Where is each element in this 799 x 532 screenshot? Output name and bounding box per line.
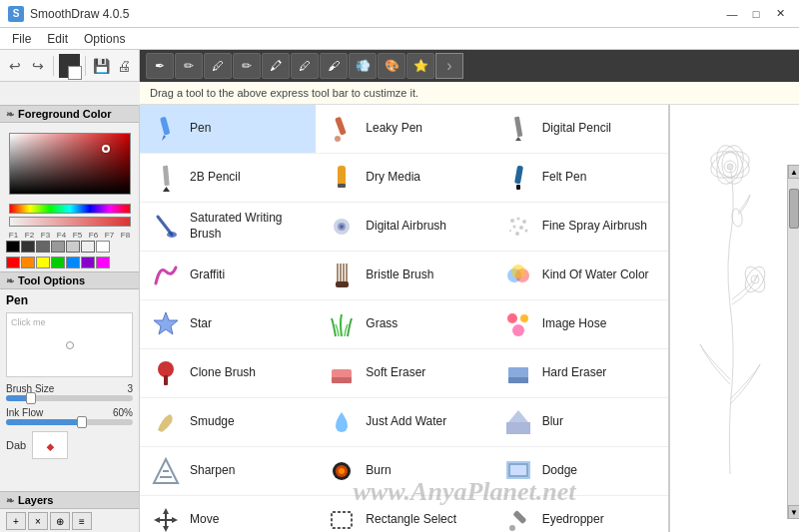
brush-size-slider[interactable] <box>6 395 133 401</box>
merge-layer-button[interactable]: ⊕ <box>50 512 70 530</box>
leaky-pen-label: Leaky Pen <box>366 121 422 137</box>
express-tool-7[interactable]: 🖌 <box>320 53 348 79</box>
minimize-button[interactable]: — <box>721 5 743 23</box>
tool-image-hose[interactable]: Image Hose <box>492 300 668 349</box>
tool-fine-spray-airbrush[interactable]: Fine Spray Airbrush <box>492 203 668 252</box>
ink-flow-label: Ink Flow 60% <box>6 407 133 418</box>
express-tool-9[interactable]: 🎨 <box>378 53 405 79</box>
preset-f8: F8 <box>118 231 133 240</box>
express-tool-10[interactable]: ⭐ <box>406 53 434 79</box>
tool-kind-of-water-color[interactable]: Kind Of Water Color <box>492 252 668 300</box>
menu-options[interactable]: Options <box>76 30 133 48</box>
tool-eyedropper[interactable]: Eyedropper <box>492 496 668 532</box>
save-button[interactable]: 💾 <box>91 54 112 78</box>
menu-edit[interactable]: Edit <box>39 30 76 48</box>
tool-sharpen[interactable]: Sharpen <box>140 447 316 496</box>
swatch-lighter[interactable] <box>66 241 80 253</box>
scroll-down-button[interactable]: ▼ <box>788 505 799 519</box>
svg-rect-29 <box>336 281 349 287</box>
tool-felt-pen[interactable]: Felt Pen <box>492 154 668 203</box>
swatch-black[interactable] <box>6 241 20 253</box>
tool-grass[interactable]: Grass <box>316 300 491 349</box>
swatch-green[interactable] <box>51 257 65 268</box>
express-tool-arrow[interactable]: › <box>435 53 463 79</box>
add-layer-button[interactable]: + <box>6 512 26 530</box>
swatch-magenta[interactable] <box>96 257 110 268</box>
tool-dodge[interactable]: Dodge <box>492 447 668 496</box>
tool-dry-media[interactable]: Dry Media <box>316 154 491 203</box>
svg-point-17 <box>510 219 514 223</box>
express-tool-3[interactable]: 🖊 <box>204 53 232 79</box>
swatch-mid[interactable] <box>36 241 50 253</box>
menubar: File Edit Options <box>0 28 799 50</box>
tool-star[interactable]: Star <box>140 300 316 349</box>
express-tool-1[interactable]: ✒ <box>146 53 174 79</box>
canvas-area[interactable] <box>670 105 799 532</box>
tool-pen[interactable]: Pen <box>140 105 316 154</box>
tool-leaky-pen[interactable]: Leaky Pen <box>316 105 491 154</box>
tool-digital-airbrush[interactable]: Digital Airbrush <box>316 203 491 252</box>
foreground-color-section[interactable]: ❧ Foreground Color <box>0 105 139 123</box>
layer-options-button[interactable]: ≡ <box>72 512 92 530</box>
tool-bristle-brush[interactable]: Bristle Brush <box>316 252 491 300</box>
tool-graffiti[interactable]: Graffiti <box>140 252 316 300</box>
tool-rectangle-select[interactable]: Rectangle Select <box>316 496 491 532</box>
swatch-lightest[interactable] <box>81 241 95 253</box>
pen-icon <box>150 113 182 145</box>
tool-saturated-writing-brush[interactable]: Saturated Writing Brush <box>140 203 316 252</box>
swatch-white[interactable] <box>96 241 110 253</box>
tool-clone-brush[interactable]: Clone Brush <box>140 349 316 398</box>
preset-f2: F2 <box>22 231 37 240</box>
blur-label: Blur <box>542 414 563 430</box>
maximize-button[interactable]: □ <box>745 5 767 23</box>
tool-blur[interactable]: Blur <box>492 398 668 447</box>
swatch-light[interactable] <box>51 241 65 253</box>
express-tool-8[interactable]: 💨 <box>349 53 377 79</box>
close-button[interactable]: ✕ <box>769 5 791 23</box>
express-tool-6[interactable]: 🖊 <box>291 53 319 79</box>
tool-burn[interactable]: Burn <box>316 447 491 496</box>
ink-flow-slider[interactable] <box>6 419 133 425</box>
preset-f5: F5 <box>70 231 85 240</box>
scrollbar-vertical[interactable]: ▲ ▼ <box>787 165 799 519</box>
express-tool-2[interactable]: ✏ <box>175 53 203 79</box>
redo-button[interactable]: ↪ <box>27 54 48 78</box>
print-button[interactable]: 🖨 <box>114 54 135 78</box>
swatch-red[interactable] <box>6 257 20 268</box>
tool-2b-pencil[interactable]: 2B Pencil <box>140 154 316 203</box>
scroll-track[interactable] <box>788 179 799 505</box>
rectangle-select-icon <box>326 504 358 532</box>
scroll-up-button[interactable]: ▲ <box>788 165 799 179</box>
tool-just-add-water[interactable]: Just Add Water <box>316 398 491 447</box>
tool-hard-eraser[interactable]: Hard Eraser <box>492 349 668 398</box>
swatch-yellow[interactable] <box>36 257 50 268</box>
alpha-slider[interactable] <box>9 217 131 227</box>
delete-layer-button[interactable]: × <box>28 512 48 530</box>
scroll-thumb[interactable] <box>789 189 799 229</box>
tool-digital-pencil[interactable]: Digital Pencil <box>492 105 668 154</box>
tool-smudge[interactable]: Smudge <box>140 398 316 447</box>
undo-button[interactable]: ↩ <box>4 54 25 78</box>
hue-slider[interactable] <box>9 204 131 214</box>
burn-icon <box>326 455 358 487</box>
tool-soft-eraser[interactable]: Soft Eraser <box>316 349 491 398</box>
swatch-blue[interactable] <box>66 257 80 268</box>
express-tool-5[interactable]: 🖍 <box>262 53 290 79</box>
layers-header[interactable]: ❧ Layers <box>0 491 139 509</box>
swatch-purple[interactable] <box>81 257 95 268</box>
saturated-writing-brush-icon <box>150 211 182 243</box>
hard-eraser-icon <box>502 357 534 389</box>
dab-preview[interactable]: ⬥ <box>32 431 68 459</box>
swatch-orange[interactable] <box>21 257 35 268</box>
tool-options-section[interactable]: ❧ Tool Options <box>0 271 139 289</box>
menu-file[interactable]: File <box>4 30 39 48</box>
color-indicator[interactable] <box>59 54 80 78</box>
swatch-dark[interactable] <box>21 241 35 253</box>
express-tool-4[interactable]: ✏ <box>233 53 261 79</box>
toolbar-separator2 <box>85 56 86 76</box>
color-picker[interactable] <box>9 133 131 195</box>
tool-move[interactable]: Move <box>140 496 316 532</box>
tool-preview-canvas[interactable]: Click me <box>6 312 133 377</box>
color-cursor <box>102 145 110 153</box>
hint-bar: Drag a tool to the above express tool ba… <box>140 82 799 105</box>
